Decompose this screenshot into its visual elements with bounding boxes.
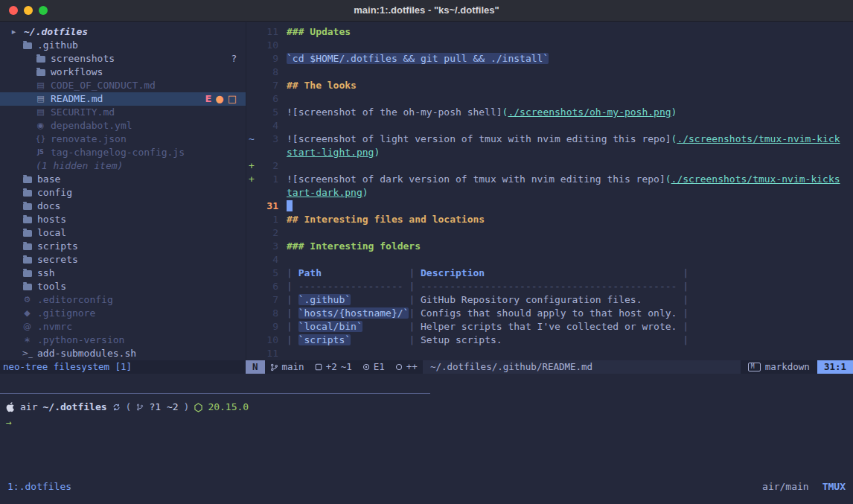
tmux-window-tab[interactable]: 1:.dotfiles xyxy=(7,480,71,494)
folder-icon xyxy=(36,69,45,76)
neotree-status: neo-tree filesystem [1] xyxy=(0,360,246,374)
tmux-badge: TMUX xyxy=(822,480,846,494)
editor-lines: 11### Updates 10 9`cd $HOME/.dotfiles &&… xyxy=(246,25,853,360)
line-segment: ![screenshot of dark version of tmux wit… xyxy=(287,173,665,185)
editor-line[interactable]: 10 xyxy=(246,39,853,52)
editor-line[interactable]: +2 xyxy=(246,159,853,173)
file-icon: ▤ xyxy=(36,92,45,106)
tree-item-code-of-conduct.md[interactable]: ▤CODE_OF_CONDUCT.md xyxy=(0,79,246,92)
line-segment: Path xyxy=(298,267,322,278)
editor-line[interactable]: 5| Path | Description | xyxy=(246,267,853,280)
editor-buffer[interactable]: 11### Updates 10 9`cd $HOME/.dotfiles &&… xyxy=(246,21,853,360)
editor-line[interactable]: 7| `.github` | GitHub Repository configu… xyxy=(246,293,853,307)
minimize-button[interactable] xyxy=(24,6,33,15)
folder-icon xyxy=(23,270,32,277)
editor-line[interactable]: +1![screenshot of dark version of tmux w… xyxy=(246,173,853,186)
tree-item-tag-changelog-config.js[interactable]: JStag-changelog-config.js xyxy=(0,146,246,159)
tree-item-label: base xyxy=(37,173,60,186)
zoom-button[interactable] xyxy=(39,6,48,15)
tree-item-screenshots[interactable]: screenshots? xyxy=(0,52,246,66)
editor-line[interactable]: 7## The looks xyxy=(246,79,853,92)
tree-item-label: .python-version xyxy=(37,334,124,347)
tree-item-label: workflows xyxy=(51,66,103,79)
editor-line[interactable]: 4 xyxy=(246,253,853,267)
folder-icon xyxy=(23,203,32,210)
tree-item-label: CODE_OF_CONDUCT.md xyxy=(51,79,156,92)
editor-line[interactable]: 3### Interesting folders xyxy=(246,240,853,253)
tree-item-ssh[interactable]: ssh xyxy=(0,267,246,280)
file-icon: ▤ xyxy=(36,79,45,92)
folder-icon xyxy=(23,190,32,197)
editor-line[interactable]: ~3![screenshot of light version of tmux … xyxy=(246,133,853,146)
tree-item-local[interactable]: local xyxy=(0,226,246,240)
editor-line[interactable]: 10| `scripts` | Setup scripts. | xyxy=(246,334,853,347)
file-path: ~/.dotfiles/.github/README.md xyxy=(423,360,741,374)
line-segment: ./screenshots/tmux-nvim-kicks xyxy=(671,173,840,185)
editor-line[interactable]: 11### Updates xyxy=(246,25,853,39)
line-segment: Setup scripts. xyxy=(421,334,502,345)
editor-line[interactable]: 8| `hosts/{hostname}/`| Configs that sho… xyxy=(246,307,853,320)
editor-line[interactable]: 2 xyxy=(246,226,853,240)
line-number: 10 xyxy=(259,39,278,52)
python-icon: ∗ xyxy=(22,334,32,347)
git-branch-icon xyxy=(136,403,144,412)
tree-item-security.md[interactable]: ▤SECURITY.md xyxy=(0,106,246,119)
line-segment xyxy=(322,267,409,278)
close-button[interactable] xyxy=(9,6,18,15)
editor-line[interactable]: 9`cd $HOME/.dotfiles && git pull && ./in… xyxy=(246,52,853,66)
gutter-sign xyxy=(246,52,259,66)
line-number: 10 xyxy=(259,334,278,347)
editor-line[interactable]: 5![screenshot of the oh-my-posh shell](.… xyxy=(246,106,853,119)
tree-item-secrets[interactable]: secrets xyxy=(0,253,246,267)
line-segment: ) xyxy=(362,187,368,198)
tree-item-dependabot.yml[interactable]: ◉dependabot.yml xyxy=(0,119,246,133)
shell-pane[interactable]: air ~/.dotfiles ( ?1 ~2 ) 20.15.0 → xyxy=(0,395,853,469)
tree-item-scripts[interactable]: scripts xyxy=(0,240,246,253)
tmux-pane-border[interactable] xyxy=(0,393,430,394)
line-segment: `.github` xyxy=(298,294,351,305)
line-text: ## Interesting files and locations xyxy=(287,213,853,226)
tree-item-.dotfiles[interactable]: ▸~/.dotfiles xyxy=(0,25,246,39)
line-segment: | xyxy=(287,267,298,278)
editor-line[interactable]: 11 xyxy=(246,347,853,360)
line-segment: `scripts` xyxy=(298,334,351,345)
tree-item-config[interactable]: config xyxy=(0,186,246,200)
line-number xyxy=(259,146,278,159)
tree-item-workflows[interactable]: workflows xyxy=(0,66,246,79)
editor-line[interactable]: 9| `local/bin` | Helper scripts that I'v… xyxy=(246,320,853,334)
tree-item-.gitignore[interactable]: ◆.gitignore xyxy=(0,307,246,320)
tree-item-renovate.json[interactable]: {}renovate.json xyxy=(0,133,246,146)
tmux-session-name: air/main xyxy=(762,480,809,494)
folder-icon xyxy=(36,56,45,63)
editor-line[interactable]: tart-dark.png) xyxy=(246,186,853,200)
tree-item-1-hidden-item[interactable]: (1 hidden item) xyxy=(0,159,246,173)
editor-line[interactable]: 31 xyxy=(246,200,853,213)
tree-item-.github[interactable]: .github xyxy=(0,39,246,52)
line-number: 6 xyxy=(259,92,278,106)
editor-line[interactable]: 1## Interesting files and locations xyxy=(246,213,853,226)
tree-item-.python-version[interactable]: ∗.python-version xyxy=(0,334,246,347)
editor-line[interactable]: 8 xyxy=(246,66,853,79)
tree-item-base[interactable]: base xyxy=(0,173,246,186)
editor-line[interactable]: 6| ------------------ | ----------------… xyxy=(246,280,853,293)
tree-item-tools[interactable]: tools xyxy=(0,280,246,293)
tree-item-hosts[interactable]: hosts xyxy=(0,213,246,226)
tree-item-readme.md[interactable]: ▤README.mdE●□ xyxy=(0,92,246,106)
branch-name: main xyxy=(282,360,304,374)
gutter-sign xyxy=(246,186,259,200)
cursor-position-badge: 31:1 xyxy=(817,360,853,374)
tree-item-.editorconfig[interactable]: ⚙.editorconfig xyxy=(0,293,246,307)
tree-item-add-submodules.sh[interactable]: >_add-submodules.sh xyxy=(0,347,246,360)
editor-line[interactable]: 6 xyxy=(246,92,853,106)
line-number: 4 xyxy=(259,119,278,133)
line-text xyxy=(287,200,853,213)
tree-item-docs[interactable]: docs xyxy=(0,200,246,213)
braces-icon: {} xyxy=(36,133,45,146)
tree-item-.nvmrc[interactable]: @.nvmrc xyxy=(0,320,246,334)
editor-line[interactable]: start-light.png) xyxy=(246,146,853,159)
file-icon: ▤ xyxy=(36,106,45,119)
editor-line[interactable]: 4 xyxy=(246,119,853,133)
status-badge: ● xyxy=(215,92,223,106)
line-number: 9 xyxy=(259,320,278,334)
line-text xyxy=(287,159,853,173)
